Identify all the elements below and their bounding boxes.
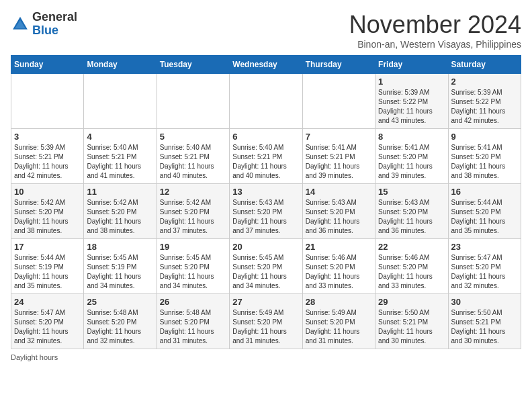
calendar-cell: 24Sunrise: 5:47 AM Sunset: 5:20 PM Dayli… (11, 294, 84, 349)
day-number: 9 (451, 132, 518, 142)
day-info: Sunrise: 5:48 AM Sunset: 5:20 PM Dayligh… (160, 308, 226, 346)
day-info: Sunrise: 5:49 AM Sunset: 5:20 PM Dayligh… (306, 308, 372, 346)
calendar-cell: 4Sunrise: 5:40 AM Sunset: 5:21 PM Daylig… (84, 129, 157, 184)
day-info: Sunrise: 5:39 AM Sunset: 5:21 PM Dayligh… (14, 143, 81, 181)
day-info: Sunrise: 5:50 AM Sunset: 5:21 PM Dayligh… (451, 308, 518, 346)
day-number: 21 (306, 242, 372, 252)
day-number: 7 (306, 132, 372, 142)
day-number: 10 (14, 187, 81, 197)
calendar-cell (302, 74, 375, 129)
calendar-week-0: 1Sunrise: 5:39 AM Sunset: 5:22 PM Daylig… (11, 74, 521, 129)
calendar-cell: 28Sunrise: 5:49 AM Sunset: 5:20 PM Dayli… (302, 294, 375, 349)
day-number: 18 (87, 242, 153, 252)
col-sunday: Sunday (11, 56, 84, 74)
calendar-cell: 2Sunrise: 5:39 AM Sunset: 5:22 PM Daylig… (448, 74, 521, 129)
calendar-cell: 11Sunrise: 5:42 AM Sunset: 5:20 PM Dayli… (84, 184, 157, 239)
day-number: 25 (87, 297, 153, 307)
day-info: Sunrise: 5:39 AM Sunset: 5:22 PM Dayligh… (451, 88, 518, 126)
calendar-cell: 18Sunrise: 5:45 AM Sunset: 5:19 PM Dayli… (84, 239, 157, 294)
day-number: 20 (232, 242, 299, 252)
day-info: Sunrise: 5:43 AM Sunset: 5:20 PM Dayligh… (306, 198, 372, 236)
col-tuesday: Tuesday (157, 56, 229, 74)
calendar-week-1: 3Sunrise: 5:39 AM Sunset: 5:21 PM Daylig… (11, 129, 521, 184)
day-number: 17 (14, 242, 81, 252)
header-row: Sunday Monday Tuesday Wednesday Thursday… (11, 56, 521, 74)
calendar-cell: 10Sunrise: 5:42 AM Sunset: 5:20 PM Dayli… (11, 184, 84, 239)
day-number: 2 (451, 77, 518, 87)
day-info: Sunrise: 5:48 AM Sunset: 5:20 PM Dayligh… (87, 308, 153, 346)
day-info: Sunrise: 5:44 AM Sunset: 5:20 PM Dayligh… (451, 198, 518, 236)
day-number: 27 (232, 297, 299, 307)
day-info: Sunrise: 5:43 AM Sunset: 5:20 PM Dayligh… (232, 198, 299, 236)
day-number: 3 (14, 132, 81, 142)
calendar-cell: 21Sunrise: 5:46 AM Sunset: 5:20 PM Dayli… (302, 239, 375, 294)
day-number: 26 (160, 297, 226, 307)
calendar-cell (11, 74, 84, 129)
day-info: Sunrise: 5:41 AM Sunset: 5:20 PM Dayligh… (451, 143, 518, 181)
col-friday: Friday (375, 56, 448, 74)
day-number: 15 (378, 187, 445, 197)
calendar-cell: 25Sunrise: 5:48 AM Sunset: 5:20 PM Dayli… (84, 294, 157, 349)
day-number: 28 (306, 297, 372, 307)
calendar-cell: 13Sunrise: 5:43 AM Sunset: 5:20 PM Dayli… (230, 184, 302, 239)
title-block: November 2024 Binon-an, Western Visayas,… (349, 11, 521, 50)
day-number: 13 (232, 187, 299, 197)
calendar-cell: 7Sunrise: 5:41 AM Sunset: 5:21 PM Daylig… (302, 129, 375, 184)
day-info: Sunrise: 5:43 AM Sunset: 5:20 PM Dayligh… (378, 198, 445, 236)
calendar-cell: 29Sunrise: 5:50 AM Sunset: 5:21 PM Dayli… (375, 294, 448, 349)
calendar-cell: 12Sunrise: 5:42 AM Sunset: 5:20 PM Dayli… (157, 184, 229, 239)
calendar-cell: 22Sunrise: 5:46 AM Sunset: 5:20 PM Dayli… (375, 239, 448, 294)
day-info: Sunrise: 5:45 AM Sunset: 5:19 PM Dayligh… (87, 253, 153, 291)
day-info: Sunrise: 5:47 AM Sunset: 5:20 PM Dayligh… (14, 308, 81, 346)
day-number: 8 (378, 132, 445, 142)
col-wednesday: Wednesday (230, 56, 302, 74)
footer: Daylight hours (11, 353, 521, 361)
col-monday: Monday (84, 56, 157, 74)
calendar-cell: 6Sunrise: 5:40 AM Sunset: 5:21 PM Daylig… (230, 129, 302, 184)
day-number: 4 (87, 132, 153, 142)
day-info: Sunrise: 5:49 AM Sunset: 5:20 PM Dayligh… (232, 308, 299, 346)
logo: General Blue (11, 11, 77, 38)
calendar-table: Sunday Monday Tuesday Wednesday Thursday… (11, 55, 521, 349)
calendar-body: 1Sunrise: 5:39 AM Sunset: 5:22 PM Daylig… (11, 74, 521, 349)
calendar-cell: 14Sunrise: 5:43 AM Sunset: 5:20 PM Dayli… (302, 184, 375, 239)
day-info: Sunrise: 5:44 AM Sunset: 5:19 PM Dayligh… (14, 253, 81, 291)
calendar-cell: 27Sunrise: 5:49 AM Sunset: 5:20 PM Dayli… (230, 294, 302, 349)
day-info: Sunrise: 5:39 AM Sunset: 5:22 PM Dayligh… (378, 88, 445, 126)
day-info: Sunrise: 5:41 AM Sunset: 5:21 PM Dayligh… (306, 143, 372, 181)
location-subtitle: Binon-an, Western Visayas, Philippines (349, 39, 521, 50)
calendar-cell: 15Sunrise: 5:43 AM Sunset: 5:20 PM Dayli… (375, 184, 448, 239)
day-number: 1 (378, 77, 445, 87)
day-info: Sunrise: 5:41 AM Sunset: 5:20 PM Dayligh… (378, 143, 445, 181)
calendar-cell: 23Sunrise: 5:47 AM Sunset: 5:20 PM Dayli… (448, 239, 521, 294)
day-info: Sunrise: 5:42 AM Sunset: 5:20 PM Dayligh… (160, 198, 226, 236)
calendar-cell: 8Sunrise: 5:41 AM Sunset: 5:20 PM Daylig… (375, 129, 448, 184)
calendar-week-4: 24Sunrise: 5:47 AM Sunset: 5:20 PM Dayli… (11, 294, 521, 349)
logo-text: General Blue (32, 11, 77, 38)
day-info: Sunrise: 5:42 AM Sunset: 5:20 PM Dayligh… (14, 198, 81, 236)
day-number: 19 (160, 242, 226, 252)
day-number: 16 (451, 187, 518, 197)
calendar-cell (230, 74, 302, 129)
day-info: Sunrise: 5:45 AM Sunset: 5:20 PM Dayligh… (160, 253, 226, 291)
day-info: Sunrise: 5:40 AM Sunset: 5:21 PM Dayligh… (160, 143, 226, 181)
day-number: 29 (378, 297, 445, 307)
logo-general: General (32, 11, 77, 24)
day-info: Sunrise: 5:45 AM Sunset: 5:20 PM Dayligh… (232, 253, 299, 291)
day-info: Sunrise: 5:40 AM Sunset: 5:21 PM Dayligh… (87, 143, 153, 181)
day-number: 22 (378, 242, 445, 252)
calendar-cell: 26Sunrise: 5:48 AM Sunset: 5:20 PM Dayli… (157, 294, 229, 349)
day-info: Sunrise: 5:42 AM Sunset: 5:20 PM Dayligh… (87, 198, 153, 236)
logo-blue: Blue (32, 24, 77, 38)
calendar-cell: 9Sunrise: 5:41 AM Sunset: 5:20 PM Daylig… (448, 129, 521, 184)
day-number: 12 (160, 187, 226, 197)
day-number: 5 (160, 132, 226, 142)
day-number: 23 (451, 242, 518, 252)
calendar-cell: 3Sunrise: 5:39 AM Sunset: 5:21 PM Daylig… (11, 129, 84, 184)
day-info: Sunrise: 5:50 AM Sunset: 5:21 PM Dayligh… (378, 308, 445, 346)
col-thursday: Thursday (302, 56, 375, 74)
calendar-cell: 16Sunrise: 5:44 AM Sunset: 5:20 PM Dayli… (448, 184, 521, 239)
col-saturday: Saturday (448, 56, 521, 74)
calendar-cell (157, 74, 229, 129)
calendar-cell: 5Sunrise: 5:40 AM Sunset: 5:21 PM Daylig… (157, 129, 229, 184)
